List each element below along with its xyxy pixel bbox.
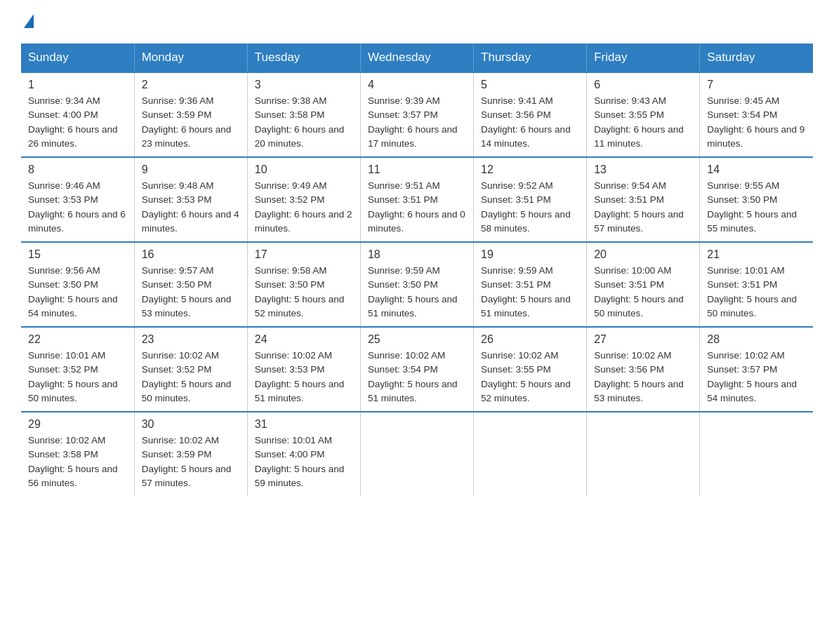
weekday-header-wednesday: Wednesday — [360, 43, 473, 72]
day-info: Sunrise: 10:01 AMSunset: 4:00 PMDaylight… — [255, 435, 345, 488]
day-info: Sunrise: 9:51 AMSunset: 3:51 PMDaylight:… — [368, 180, 465, 234]
calendar-cell: 21 Sunrise: 10:01 AMSunset: 3:51 PMDayli… — [700, 242, 813, 327]
day-number: 4 — [368, 79, 466, 91]
calendar-table: SundayMondayTuesdayWednesdayThursdayFrid… — [21, 43, 813, 496]
weekday-header-sunday: Sunday — [21, 43, 134, 72]
calendar-cell: 20 Sunrise: 10:00 AMSunset: 3:51 PMDayli… — [587, 242, 700, 327]
calendar-cell — [587, 412, 700, 496]
day-info: Sunrise: 9:58 AMSunset: 3:50 PMDaylight:… — [255, 265, 345, 318]
day-number: 29 — [28, 418, 127, 431]
day-number: 15 — [28, 248, 127, 261]
day-number: 20 — [594, 248, 692, 261]
calendar-cell: 16 Sunrise: 9:57 AMSunset: 3:50 PMDaylig… — [134, 242, 247, 327]
calendar-cell — [700, 412, 813, 496]
day-info: Sunrise: 9:56 AMSunset: 3:50 PMDaylight:… — [28, 265, 118, 318]
calendar-cell: 9 Sunrise: 9:48 AMSunset: 3:53 PMDayligh… — [134, 157, 247, 242]
day-number: 26 — [481, 333, 579, 346]
day-number: 13 — [594, 163, 692, 176]
weekday-header-friday: Friday — [587, 43, 700, 72]
calendar-cell — [360, 412, 473, 496]
weekday-header-saturday: Saturday — [700, 43, 813, 72]
day-info: Sunrise: 9:54 AMSunset: 3:51 PMDaylight:… — [594, 180, 684, 234]
day-info: Sunrise: 9:45 AMSunset: 3:54 PMDaylight:… — [707, 95, 805, 149]
day-number: 21 — [707, 248, 806, 261]
calendar-cell: 26 Sunrise: 10:02 AMSunset: 3:55 PMDayli… — [474, 327, 587, 412]
day-number: 18 — [368, 248, 466, 261]
day-info: Sunrise: 9:46 AMSunset: 3:53 PMDaylight:… — [28, 180, 126, 234]
day-info: Sunrise: 10:02 AMSunset: 3:55 PMDaylight… — [481, 350, 571, 403]
day-info: Sunrise: 9:55 AMSunset: 3:50 PMDaylight:… — [707, 180, 797, 234]
calendar-cell: 8 Sunrise: 9:46 AMSunset: 3:53 PMDayligh… — [21, 157, 134, 242]
calendar-cell: 27 Sunrise: 10:02 AMSunset: 3:56 PMDayli… — [587, 327, 700, 412]
calendar-cell: 3 Sunrise: 9:38 AMSunset: 3:58 PMDayligh… — [247, 72, 360, 157]
logo-triangle-icon — [24, 14, 34, 28]
calendar-cell: 2 Sunrise: 9:36 AMSunset: 3:59 PMDayligh… — [134, 72, 247, 157]
weekday-header-thursday: Thursday — [474, 43, 587, 72]
logo — [21, 14, 35, 29]
day-number: 2 — [142, 79, 240, 91]
calendar-cell: 18 Sunrise: 9:59 AMSunset: 3:50 PMDaylig… — [360, 242, 473, 327]
calendar-cell: 30 Sunrise: 10:02 AMSunset: 3:59 PMDayli… — [134, 412, 247, 496]
calendar-week-row: 29 Sunrise: 10:02 AMSunset: 3:58 PMDayli… — [21, 412, 813, 496]
page-header — [21, 14, 813, 29]
day-number: 22 — [28, 333, 127, 346]
day-number: 5 — [481, 79, 579, 91]
day-info: Sunrise: 9:43 AMSunset: 3:55 PMDaylight:… — [594, 95, 684, 149]
calendar-cell: 31 Sunrise: 10:01 AMSunset: 4:00 PMDayli… — [247, 412, 360, 496]
day-number: 19 — [481, 248, 579, 261]
calendar-cell: 10 Sunrise: 9:49 AMSunset: 3:52 PMDaylig… — [247, 157, 360, 242]
calendar-cell: 28 Sunrise: 10:02 AMSunset: 3:57 PMDayli… — [700, 327, 813, 412]
calendar-cell: 12 Sunrise: 9:52 AMSunset: 3:51 PMDaylig… — [474, 157, 587, 242]
calendar-cell: 23 Sunrise: 10:02 AMSunset: 3:52 PMDayli… — [134, 327, 247, 412]
calendar-week-row: 15 Sunrise: 9:56 AMSunset: 3:50 PMDaylig… — [21, 242, 813, 327]
day-info: Sunrise: 10:02 AMSunset: 3:57 PMDaylight… — [707, 350, 797, 403]
calendar-cell: 14 Sunrise: 9:55 AMSunset: 3:50 PMDaylig… — [700, 157, 813, 242]
calendar-cell — [474, 412, 587, 496]
calendar-cell: 6 Sunrise: 9:43 AMSunset: 3:55 PMDayligh… — [587, 72, 700, 157]
day-info: Sunrise: 9:38 AMSunset: 3:58 PMDaylight:… — [255, 95, 345, 149]
day-info: Sunrise: 9:41 AMSunset: 3:56 PMDaylight:… — [481, 95, 571, 149]
weekday-header-row: SundayMondayTuesdayWednesdayThursdayFrid… — [21, 43, 813, 72]
day-info: Sunrise: 10:01 AMSunset: 3:52 PMDaylight… — [28, 350, 118, 403]
day-number: 28 — [707, 333, 806, 346]
weekday-header-tuesday: Tuesday — [247, 43, 360, 72]
day-info: Sunrise: 10:02 AMSunset: 3:59 PMDaylight… — [142, 435, 232, 488]
day-number: 7 — [707, 79, 806, 91]
day-number: 16 — [142, 248, 240, 261]
calendar-cell: 17 Sunrise: 9:58 AMSunset: 3:50 PMDaylig… — [247, 242, 360, 327]
calendar-week-row: 8 Sunrise: 9:46 AMSunset: 3:53 PMDayligh… — [21, 157, 813, 242]
calendar-cell: 19 Sunrise: 9:59 AMSunset: 3:51 PMDaylig… — [474, 242, 587, 327]
calendar-cell: 29 Sunrise: 10:02 AMSunset: 3:58 PMDayli… — [21, 412, 134, 496]
day-info: Sunrise: 9:34 AMSunset: 4:00 PMDaylight:… — [28, 95, 118, 149]
day-number: 3 — [255, 79, 353, 91]
day-number: 24 — [255, 333, 353, 346]
day-number: 8 — [28, 163, 127, 176]
calendar-cell: 13 Sunrise: 9:54 AMSunset: 3:51 PMDaylig… — [587, 157, 700, 242]
day-number: 11 — [368, 163, 466, 176]
calendar-cell: 1 Sunrise: 9:34 AMSunset: 4:00 PMDayligh… — [21, 72, 134, 157]
day-info: Sunrise: 9:52 AMSunset: 3:51 PMDaylight:… — [481, 180, 571, 234]
day-info: Sunrise: 10:01 AMSunset: 3:51 PMDaylight… — [707, 265, 797, 318]
day-number: 25 — [368, 333, 466, 346]
day-number: 10 — [255, 163, 353, 176]
weekday-header-monday: Monday — [134, 43, 247, 72]
calendar-week-row: 1 Sunrise: 9:34 AMSunset: 4:00 PMDayligh… — [21, 72, 813, 157]
day-number: 27 — [594, 333, 692, 346]
calendar-cell: 4 Sunrise: 9:39 AMSunset: 3:57 PMDayligh… — [360, 72, 473, 157]
calendar-cell: 22 Sunrise: 10:01 AMSunset: 3:52 PMDayli… — [21, 327, 134, 412]
calendar-cell: 11 Sunrise: 9:51 AMSunset: 3:51 PMDaylig… — [360, 157, 473, 242]
day-info: Sunrise: 10:02 AMSunset: 3:52 PMDaylight… — [142, 350, 232, 403]
day-number: 31 — [255, 418, 353, 431]
day-info: Sunrise: 10:02 AMSunset: 3:53 PMDaylight… — [255, 350, 345, 403]
calendar-cell: 15 Sunrise: 9:56 AMSunset: 3:50 PMDaylig… — [21, 242, 134, 327]
calendar-cell: 7 Sunrise: 9:45 AMSunset: 3:54 PMDayligh… — [700, 72, 813, 157]
day-info: Sunrise: 9:49 AMSunset: 3:52 PMDaylight:… — [255, 180, 352, 234]
calendar-cell: 24 Sunrise: 10:02 AMSunset: 3:53 PMDayli… — [247, 327, 360, 412]
day-number: 14 — [707, 163, 806, 176]
day-number: 30 — [142, 418, 240, 431]
day-info: Sunrise: 9:59 AMSunset: 3:50 PMDaylight:… — [368, 265, 458, 318]
day-info: Sunrise: 10:02 AMSunset: 3:56 PMDaylight… — [594, 350, 684, 403]
calendar-cell: 25 Sunrise: 10:02 AMSunset: 3:54 PMDayli… — [360, 327, 473, 412]
day-number: 17 — [255, 248, 353, 261]
day-info: Sunrise: 9:36 AMSunset: 3:59 PMDaylight:… — [142, 95, 232, 149]
